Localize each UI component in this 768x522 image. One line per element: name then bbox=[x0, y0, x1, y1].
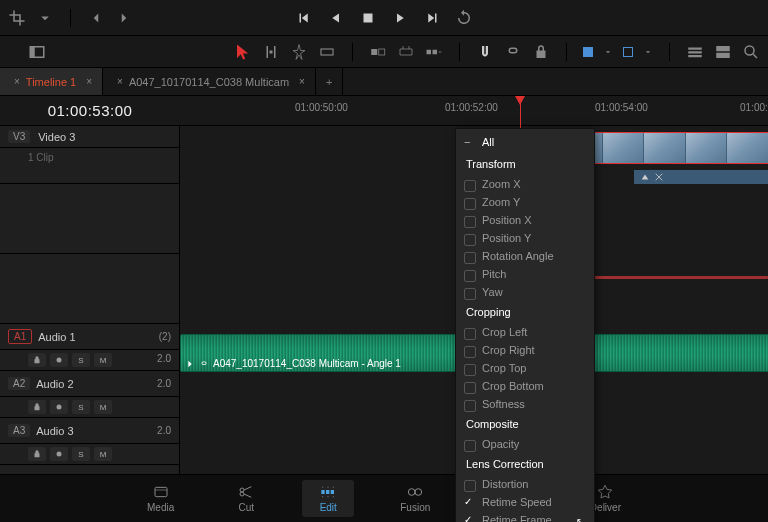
clip-speed-indicator[interactable] bbox=[634, 170, 768, 184]
track-name: Audio 1 bbox=[38, 331, 75, 343]
clip-arrow-icon bbox=[185, 359, 195, 369]
menu-item[interactable]: Position X bbox=[456, 211, 594, 229]
menu-item[interactable]: Pitch bbox=[456, 265, 594, 283]
deliver-icon bbox=[595, 484, 615, 500]
arm-button[interactable] bbox=[50, 400, 68, 414]
search-icon[interactable] bbox=[742, 43, 760, 61]
track-controls-a1: S M 2.0 bbox=[0, 350, 179, 371]
menu-item[interactable]: Softness bbox=[456, 395, 594, 413]
tab-timeline-1[interactable]: × Timeline 1 × bbox=[0, 68, 103, 95]
marker-blue-icon[interactable] bbox=[623, 47, 633, 57]
play-icon[interactable] bbox=[391, 9, 409, 27]
loop-icon[interactable] bbox=[455, 9, 473, 27]
solo-button[interactable]: S bbox=[72, 400, 90, 414]
track-clip-count: 1 Clip bbox=[0, 148, 179, 184]
track-header-a3[interactable]: A3 Audio 3 2.0 bbox=[0, 418, 179, 444]
menu-item[interactable]: Opacity bbox=[456, 435, 594, 453]
snap-icon[interactable] bbox=[476, 43, 494, 61]
play-reverse-icon[interactable] bbox=[327, 9, 345, 27]
close-icon[interactable]: × bbox=[299, 76, 305, 87]
menu-item[interactable]: Crop Left bbox=[456, 323, 594, 341]
svg-point-13 bbox=[57, 358, 62, 363]
first-frame-icon[interactable] bbox=[295, 9, 313, 27]
track-volume: 2.0 bbox=[157, 378, 171, 389]
transport-controls bbox=[295, 9, 473, 27]
prev-icon[interactable] bbox=[87, 9, 105, 27]
nav-edit[interactable]: Edit bbox=[302, 480, 354, 517]
menu-item-retime-frame[interactable]: Retime Frame bbox=[456, 511, 594, 522]
timeline-area: V3 Video 3 1 Clip A1 Audio 1 (2) S M 2.0… bbox=[0, 126, 768, 496]
mute-button[interactable]: M bbox=[94, 447, 112, 461]
solo-button[interactable]: S bbox=[72, 447, 90, 461]
close-icon[interactable]: × bbox=[14, 76, 20, 87]
nav-media[interactable]: Media bbox=[131, 480, 190, 517]
mute-button[interactable]: M bbox=[94, 353, 112, 367]
link-icon[interactable] bbox=[504, 43, 522, 61]
playhead-timecode[interactable]: 01:00:53:00 bbox=[0, 96, 180, 125]
svg-rect-10 bbox=[716, 46, 730, 51]
menu-item[interactable]: Yaw bbox=[456, 283, 594, 301]
chevron-down-icon[interactable] bbox=[36, 9, 54, 27]
link-icon bbox=[199, 359, 209, 369]
menu-item-retime-speed[interactable]: Retime Speed bbox=[456, 493, 594, 511]
menu-item[interactable]: Crop Right bbox=[456, 341, 594, 359]
trim-tool-icon[interactable] bbox=[262, 43, 280, 61]
tab-multicam[interactable]: × A047_10170114_C038 Multicam × bbox=[103, 68, 316, 95]
overwrite-icon[interactable] bbox=[369, 43, 387, 61]
arm-button[interactable] bbox=[50, 353, 68, 367]
mute-button[interactable]: M bbox=[94, 400, 112, 414]
close-icon[interactable]: × bbox=[86, 76, 92, 87]
page-nav: MediaCutEditFusionFairlightDeliver bbox=[0, 474, 768, 522]
audio-clip-label: A047_10170114_C038 Multicam - Angle 1 bbox=[213, 358, 401, 369]
menu-item[interactable]: Zoom Y bbox=[456, 193, 594, 211]
svg-point-21 bbox=[415, 489, 422, 496]
track-header-a1[interactable]: A1 Audio 1 (2) bbox=[0, 324, 179, 350]
timecode-bar: 01:00:53:00 01:00:50:0001:00:52:0001:00:… bbox=[0, 96, 768, 126]
next-icon[interactable] bbox=[115, 9, 133, 27]
paste-attributes-menu: All TransformZoom XZoom YPosition XPosit… bbox=[455, 128, 595, 522]
lock-button[interactable] bbox=[28, 400, 46, 414]
stacked-view-icon[interactable] bbox=[714, 43, 732, 61]
svg-rect-8 bbox=[688, 51, 702, 53]
svg-rect-3 bbox=[371, 49, 377, 55]
nav-label: Media bbox=[147, 502, 174, 513]
blade-tool-icon[interactable] bbox=[290, 43, 308, 61]
track-header-a2[interactable]: A2 Audio 2 2.0 bbox=[0, 371, 179, 397]
track-name: Audio 3 bbox=[36, 425, 73, 437]
menu-item[interactable]: Position Y bbox=[456, 229, 594, 247]
menu-item[interactable]: Zoom X bbox=[456, 175, 594, 193]
solo-button[interactable]: S bbox=[72, 353, 90, 367]
menu-group-header: Composite bbox=[456, 413, 594, 435]
stop-icon[interactable] bbox=[359, 9, 377, 27]
chevron-down-icon[interactable] bbox=[603, 43, 613, 61]
ruler-timecode: 01:00:52:00 bbox=[445, 102, 498, 113]
lock-icon[interactable] bbox=[532, 43, 550, 61]
menu-item[interactable]: Distortion bbox=[456, 475, 594, 493]
menu-item[interactable]: Crop Top bbox=[456, 359, 594, 377]
track-header-v3[interactable]: V3 Video 3 bbox=[0, 126, 179, 148]
mid-toolbar bbox=[0, 36, 768, 68]
selection-tool-icon[interactable] bbox=[234, 43, 252, 61]
tab-add[interactable]: + bbox=[316, 68, 343, 95]
media-icon bbox=[151, 484, 171, 500]
insert-tool-icon[interactable] bbox=[318, 43, 336, 61]
nav-cut[interactable]: Cut bbox=[220, 480, 272, 517]
replace-icon[interactable] bbox=[397, 43, 415, 61]
ruler-timecode: 01:00:54:00 bbox=[595, 102, 648, 113]
flag-blue-icon[interactable] bbox=[583, 47, 593, 57]
menu-item[interactable]: Crop Bottom bbox=[456, 377, 594, 395]
last-frame-icon[interactable] bbox=[423, 9, 441, 27]
lock-button[interactable] bbox=[28, 447, 46, 461]
menu-item[interactable]: Rotation Angle bbox=[456, 247, 594, 265]
lock-button[interactable] bbox=[28, 353, 46, 367]
close-icon[interactable]: × bbox=[117, 76, 123, 87]
panel-icon[interactable] bbox=[28, 43, 46, 61]
timeline-ruler[interactable]: 01:00:50:0001:00:52:0001:00:54:0001:00:5… bbox=[180, 96, 768, 125]
timeline-view-icon[interactable] bbox=[686, 43, 704, 61]
chevron-down-icon[interactable] bbox=[643, 43, 653, 61]
nav-fusion[interactable]: Fusion bbox=[384, 480, 446, 517]
crop-icon[interactable] bbox=[8, 9, 26, 27]
menu-header-all[interactable]: All bbox=[456, 131, 594, 153]
arm-button[interactable] bbox=[50, 447, 68, 461]
ripple-icon[interactable] bbox=[425, 43, 443, 61]
